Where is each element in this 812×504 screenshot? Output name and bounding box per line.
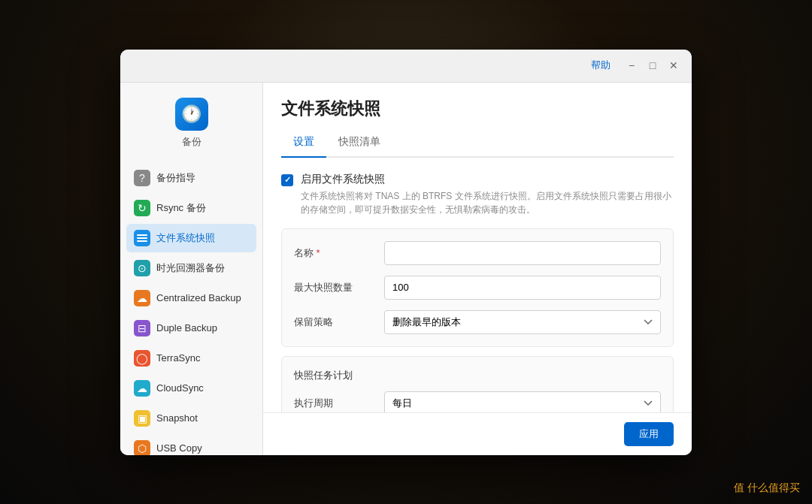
cloudsync-icon: ☁ — [134, 380, 150, 397]
duple-icon: ⊟ — [134, 320, 150, 337]
maximize-button[interactable]: □ — [644, 56, 662, 74]
name-control — [384, 241, 661, 265]
close-button[interactable]: ✕ — [665, 56, 683, 74]
name-row: 名称 — [294, 241, 661, 265]
minimize-button[interactable]: − — [623, 56, 641, 74]
watermark: 值 什么值得买 — [734, 481, 800, 495]
page-title: 文件系统快照 — [281, 98, 674, 120]
sidebar-item-cloudsync[interactable]: ☁ CloudSync — [126, 374, 256, 403]
sidebar-item-centralized-label: Centralized Backup — [156, 292, 241, 303]
sidebar-item-duple[interactable]: ⊟ Duple Backup — [126, 314, 256, 343]
usb-snapshot-icon: ▣ — [134, 410, 150, 427]
sidebar-item-guide[interactable]: ? 备份指导 — [126, 164, 256, 192]
apply-button[interactable]: 应用 — [624, 422, 674, 446]
name-input[interactable] — [384, 241, 661, 265]
tab-settings[interactable]: 设置 — [281, 131, 326, 158]
app-icon: 🕐 — [175, 98, 208, 131]
sidebar-item-timemachine[interactable]: ⊙ 时光回溯器备份 — [126, 254, 256, 282]
period-label: 执行周期 — [294, 397, 384, 410]
svg-rect-2 — [137, 240, 147, 242]
basic-settings-section: 名称 最大快照数量 保留策略 — [281, 228, 674, 347]
task-schedule-title: 快照任务计划 — [294, 369, 661, 382]
main-content: 文件系统快照 设置 快照清单 启用文件系统快照 文件系统快照将对 TNAS 上的… — [263, 83, 692, 455]
guide-icon: ? — [134, 170, 150, 186]
usb-copy-icon: ⬡ — [134, 440, 150, 455]
help-link[interactable]: 帮助 — [591, 59, 611, 72]
sidebar-item-terrasync[interactable]: ◯ TerraSync — [126, 344, 256, 373]
retention-row: 保留策略 删除最早的版本 不自动删除 — [294, 310, 661, 334]
snapshot-icon — [134, 230, 150, 246]
max-snapshots-label: 最大快照数量 — [294, 281, 384, 294]
retention-control: 删除最早的版本 不自动删除 — [384, 310, 661, 334]
sidebar: 🕐 备份 ? 备份指导 ↻ Rsync 备份 文件系统快照 — [120, 83, 263, 455]
svg-rect-0 — [137, 234, 147, 236]
enable-checkbox[interactable] — [281, 174, 293, 186]
sidebar-item-centralized[interactable]: ☁ Centralized Backup — [126, 284, 256, 312]
timemachine-icon: ⊙ — [134, 260, 150, 276]
title-bar: 帮助 − □ ✕ — [120, 50, 692, 83]
main-body: 启用文件系统快照 文件系统快照将对 TNAS 上的 BTRFS 文件系统进行快照… — [263, 158, 692, 412]
sidebar-item-usb-copy[interactable]: ⬡ USB Copy — [126, 434, 256, 455]
sidebar-item-guide-label: 备份指导 — [156, 171, 195, 185]
period-row: 执行周期 每日 每小时 每周 每月 — [294, 391, 661, 412]
enable-snapshot-row: 启用文件系统快照 文件系统快照将对 TNAS 上的 BTRFS 文件系统进行快照… — [281, 173, 674, 216]
sidebar-navigation: ? 备份指导 ↻ Rsync 备份 文件系统快照 ⊙ 时光回溯器备份 — [120, 164, 262, 455]
max-snapshots-row: 最大快照数量 — [294, 276, 661, 300]
period-select[interactable]: 每日 每小时 每周 每月 — [384, 391, 661, 412]
max-snapshots-input[interactable] — [384, 276, 661, 300]
retention-label: 保留策略 — [294, 315, 384, 329]
enable-description: 文件系统快照将对 TNAS 上的 BTRFS 文件系统进行快照。启用文件系统快照… — [301, 189, 674, 216]
period-control: 每日 每小时 每周 每月 — [384, 391, 661, 412]
sidebar-item-usb-snapshot-label: Snapshot — [156, 412, 198, 424]
retention-select[interactable]: 删除最早的版本 不自动删除 — [384, 310, 661, 334]
sidebar-item-timemachine-label: 时光回溯器备份 — [156, 261, 225, 275]
max-snapshots-control — [384, 276, 661, 300]
centralized-icon: ☁ — [134, 290, 150, 306]
main-header: 文件系统快照 设置 快照清单 — [263, 83, 692, 158]
tab-snapshots[interactable]: 快照清单 — [326, 131, 392, 158]
main-window: 帮助 − □ ✕ 🕐 备份 ? 备份指导 ↻ Rsync 备份 — [120, 50, 692, 455]
app-name: 备份 — [182, 135, 201, 149]
sidebar-item-rsync-label: Rsync 备份 — [156, 201, 206, 215]
name-label: 名称 — [294, 246, 384, 260]
title-bar-actions: 帮助 − □ ✕ — [591, 56, 683, 74]
window-body: 🕐 备份 ? 备份指导 ↻ Rsync 备份 文件系统快照 — [120, 83, 692, 455]
tab-bar: 设置 快照清单 — [281, 131, 674, 158]
sidebar-item-duple-label: Duple Backup — [156, 322, 217, 333]
rsync-icon: ↻ — [134, 200, 150, 216]
sidebar-item-cloudsync-label: CloudSync — [156, 382, 204, 394]
sidebar-item-terrasync-label: TerraSync — [156, 352, 201, 364]
terrasync-icon: ◯ — [134, 350, 150, 367]
sidebar-item-snapshot-label: 文件系统快照 — [156, 231, 215, 245]
sidebar-item-usb-snapshot[interactable]: ▣ Snapshot — [126, 404, 256, 433]
enable-text-block: 启用文件系统快照 文件系统快照将对 TNAS 上的 BTRFS 文件系统进行快照… — [301, 173, 674, 216]
task-schedule-section: 快照任务计划 执行周期 每日 每小时 每周 每月 — [281, 356, 674, 412]
sidebar-item-usb-copy-label: USB Copy — [156, 442, 202, 454]
sidebar-item-rsync[interactable]: ↻ Rsync 备份 — [126, 194, 256, 222]
sidebar-logo: 🕐 备份 — [175, 98, 208, 149]
enable-title: 启用文件系统快照 — [301, 173, 674, 186]
sidebar-item-snapshot[interactable]: 文件系统快照 — [126, 224, 256, 252]
footer: 应用 — [263, 412, 692, 455]
svg-rect-1 — [137, 237, 147, 239]
